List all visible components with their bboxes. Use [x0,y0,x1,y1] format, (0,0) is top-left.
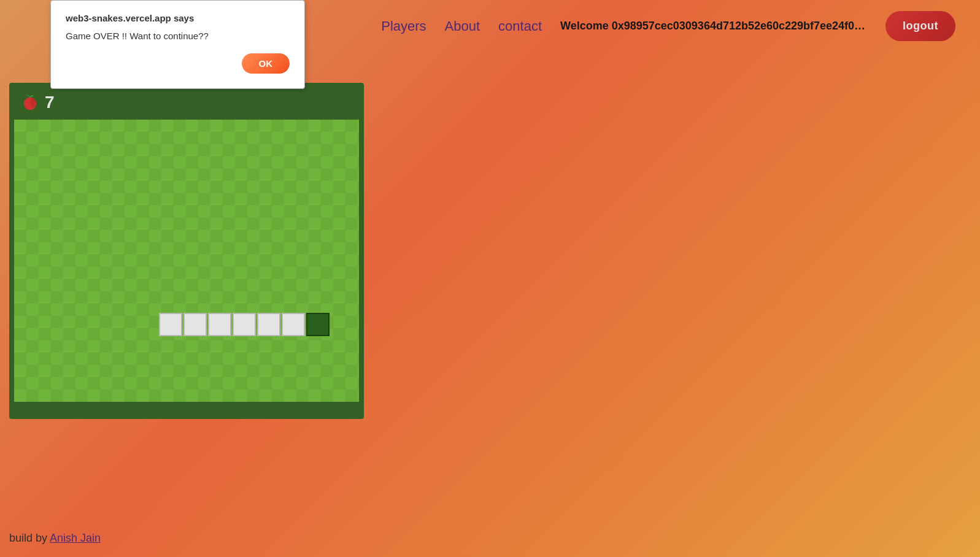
dialog-overlay: web3-snakes.vercel.app says Game OVER !!… [0,0,980,557]
dialog-box: web3-snakes.vercel.app says Game OVER !!… [50,0,305,89]
dialog-message: Game OVER !! Want to continue?? [66,31,290,41]
dialog-title: web3-snakes.vercel.app says [66,13,290,23]
ok-button[interactable]: OK [242,53,290,74]
dialog-footer: OK [66,53,290,74]
